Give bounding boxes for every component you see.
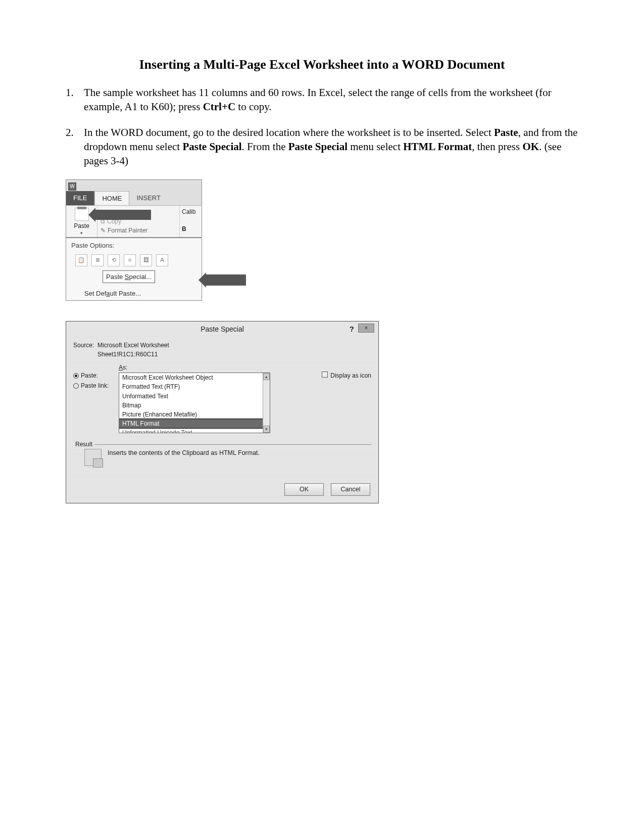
step2-f: Paste Special: [288, 141, 348, 153]
result-fieldset: Result Inserts the contents of the Clipb…: [73, 444, 371, 468]
step2-j: OK: [522, 141, 539, 153]
tab-home[interactable]: HOME: [94, 191, 129, 205]
cancel-button[interactable]: Cancel: [331, 483, 370, 496]
page-title: Inserting a Multi-Page Excel Worksheet i…: [66, 56, 578, 73]
paste-mode-radios: Paste: Paste link:: [73, 363, 119, 433]
step-1: The sample worksheet has 11 columns and …: [66, 85, 578, 114]
source-line-2: Sheet1!R1C1:R60C11: [97, 350, 371, 358]
paste-icon: [75, 208, 89, 221]
paste-options-title: Paste Options:: [66, 238, 202, 252]
dialog-help-icon[interactable]: ?: [350, 324, 354, 334]
checkbox-icon: [322, 372, 328, 378]
tab-insert[interactable]: INSERT: [129, 191, 167, 205]
list-item[interactable]: Formatted Text (RTF): [119, 382, 270, 391]
source-line-1: Source: Microsoft Excel Worksheet: [73, 341, 371, 349]
paste-dropdown-icon[interactable]: ▾: [67, 230, 96, 236]
display-as-icon-checkbox[interactable]: Display as icon: [322, 372, 371, 433]
list-item-selected[interactable]: HTML Format: [119, 419, 270, 429]
step2-i: , then press: [472, 141, 522, 153]
paste-option-icon[interactable]: A: [156, 254, 168, 266]
format-listbox[interactable]: Microsoft Excel Worksheet Object Formatt…: [119, 373, 270, 433]
word-ribbon: W FILE HOME INSERT Paste ▾ ✂Cut ⧉Copy ✎F…: [66, 179, 202, 238]
font-group: Calib B: [179, 206, 202, 237]
font-name[interactable]: Calib: [182, 208, 200, 216]
ribbon-illustration: W FILE HOME INSERT Paste ▾ ✂Cut ⧉Copy ✎F…: [66, 179, 578, 301]
tab-file[interactable]: FILE: [66, 191, 94, 205]
step2-e: . From the: [242, 141, 288, 153]
radio-paste[interactable]: Paste:: [73, 372, 119, 380]
paste-label: Paste: [67, 222, 96, 230]
dialog-close-button[interactable]: ×: [358, 323, 374, 333]
list-item[interactable]: Unformatted Text: [119, 392, 270, 401]
clipboard-group: ✂Cut ⧉Copy ✎Format Painter: [97, 206, 179, 237]
paste-options-popup: Paste Options: 📋 ≣ ⟲ ≡ 🖼 A Paste Special…: [66, 238, 202, 301]
ok-button[interactable]: OK: [284, 483, 324, 496]
result-legend: Result: [73, 440, 94, 448]
dialog-titlebar: Paste Special ? ×: [66, 321, 378, 337]
arrow-annotation-2: [206, 274, 246, 286]
step2-g: menu select: [348, 141, 403, 153]
step2-a: In the WORD document, go to the desired …: [84, 126, 494, 138]
bold-button[interactable]: B: [182, 225, 200, 233]
titlebar: W: [66, 180, 202, 191]
result-text: Inserts the contents of the Clipboard as…: [108, 449, 260, 457]
steps-list: The sample worksheet has 11 columns and …: [66, 85, 578, 168]
ribbon-tabs: FILE HOME INSERT: [66, 191, 202, 205]
scroll-up-icon[interactable]: ▴: [263, 373, 270, 380]
paste-option-icon[interactable]: ≡: [124, 254, 136, 266]
dialog-title: Paste Special: [201, 325, 244, 333]
step2-b: Paste: [494, 126, 518, 138]
listbox-scrollbar[interactable]: ▴ ▾: [263, 373, 270, 433]
step-2: In the WORD document, go to the desired …: [66, 125, 578, 168]
result-icon: [84, 449, 102, 466]
paste-option-icon[interactable]: ≣: [91, 254, 104, 266]
as-label: As:: [119, 363, 316, 372]
paste-special-dialog: Paste Special ? × Source: Microsoft Exce…: [66, 321, 379, 503]
format-painter-button[interactable]: ✎Format Painter: [101, 226, 176, 235]
step2-h: HTML Format: [403, 141, 472, 153]
step2-d: Paste Special: [182, 141, 241, 153]
step1-shortcut: Ctrl+C: [203, 101, 235, 113]
list-item[interactable]: Microsoft Excel Worksheet Object: [119, 373, 270, 382]
arrow-annotation-1: [95, 210, 151, 220]
paste-option-icon[interactable]: 🖼: [140, 254, 152, 266]
ribbon-body: Paste ▾ ✂Cut ⧉Copy ✎Format Painter Calib…: [66, 205, 202, 237]
word-app-icon: W: [68, 182, 76, 191]
radio-paste-link[interactable]: Paste link:: [73, 382, 119, 390]
step1-text-a: The sample worksheet has 11 columns and …: [84, 86, 552, 113]
paste-option-icon[interactable]: ⟲: [108, 254, 120, 266]
step1-text-b: to copy.: [235, 101, 272, 113]
paste-option-icon[interactable]: 📋: [75, 254, 87, 266]
set-default-paste-menuitem[interactable]: Set Default Paste...: [66, 287, 202, 300]
paste-options-icons: 📋 ≣ ⟲ ≡ 🖼 A: [66, 252, 202, 270]
paste-special-menuitem[interactable]: Paste Special...: [103, 270, 155, 284]
list-item[interactable]: Picture (Enhanced Metafile): [119, 410, 270, 419]
list-item[interactable]: Bitmap: [119, 401, 270, 410]
scroll-down-icon[interactable]: ▾: [263, 426, 270, 433]
list-item[interactable]: Unformatted Unicode Text: [119, 428, 270, 433]
